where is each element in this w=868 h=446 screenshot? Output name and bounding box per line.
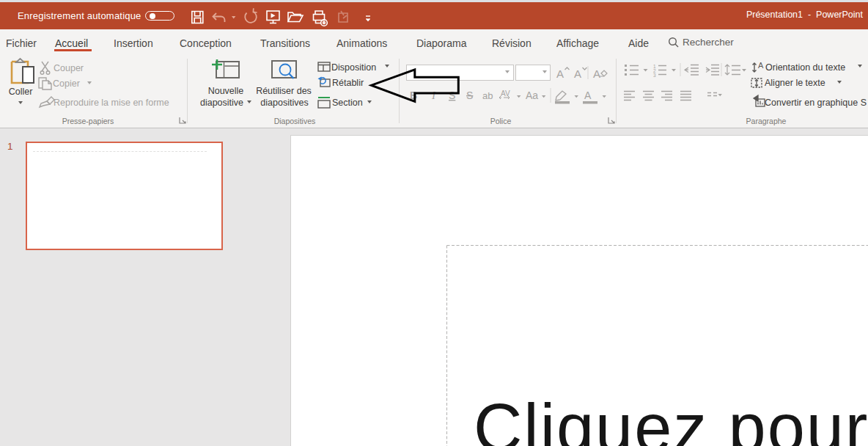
svg-text:A: A bbox=[584, 89, 592, 101]
svg-text:A: A bbox=[758, 61, 764, 70]
svg-text:S: S bbox=[466, 89, 473, 101]
svg-text:3: 3 bbox=[653, 73, 656, 78]
svg-text:Aa: Aa bbox=[526, 89, 538, 101]
svg-text:A: A bbox=[556, 67, 564, 80]
svg-text:A: A bbox=[593, 67, 600, 80]
svg-text:ab: ab bbox=[482, 90, 493, 101]
svg-text:A: A bbox=[574, 67, 581, 80]
